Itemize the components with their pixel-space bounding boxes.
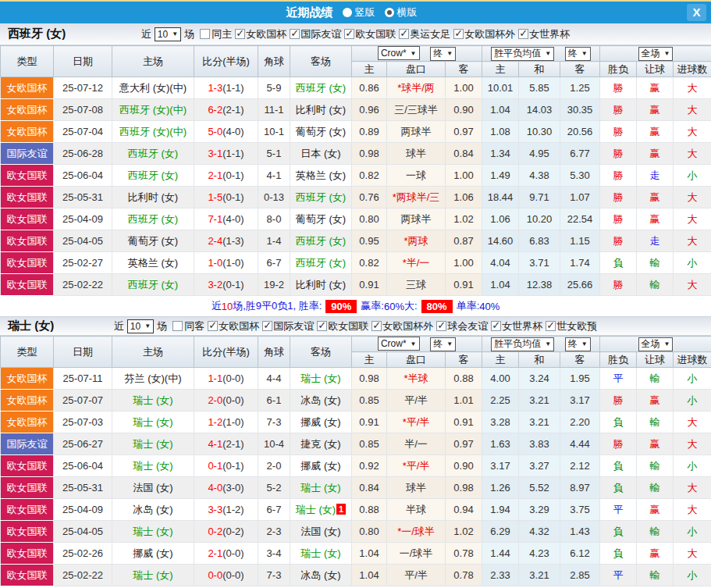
- competition-checkbox[interactable]: [208, 321, 218, 331]
- avg-type-select[interactable]: 胜平负均值▼: [491, 47, 554, 61]
- competition-checkbox[interactable]: [546, 321, 556, 331]
- away-team-cell: 英格兰 (女): [290, 165, 352, 187]
- same-venue-checkbox[interactable]: [172, 321, 183, 331]
- match-row: 女欧国杯25-07-12意大利 (女)(中)1-3(1-1)5-9西班牙 (女)…: [1, 77, 711, 99]
- odds-company-select[interactable]: Crow*▼: [378, 46, 420, 60]
- handicap-cell: 三球: [387, 274, 446, 296]
- avg-group-header: 胜平负均值▼ 终▼: [482, 46, 600, 62]
- competition-checkbox[interactable]: [436, 321, 446, 331]
- filters: 近 10 ▼ 场 同客 女欧国杯国际友谊欧女国联女欧国杯外球会友谊女世界杯世女欧…: [114, 319, 597, 333]
- away-team-cell: 瑞士 (女): [290, 543, 352, 565]
- match-count-select[interactable]: 10 ▼: [155, 27, 181, 41]
- result-wdl-cell: 勝: [600, 99, 637, 121]
- avg-away-cell: 30.35: [560, 99, 600, 121]
- competition-checkbox[interactable]: [317, 321, 327, 331]
- corner-cell: 8-0: [258, 208, 290, 230]
- avg-away-cell: 1.43: [560, 521, 600, 543]
- corner-cell: 5-1: [258, 143, 290, 165]
- competition-checkbox[interactable]: [371, 321, 382, 331]
- avg-home-cell: 1.34: [482, 143, 519, 165]
- handicap-cell: *两球半/三: [387, 187, 446, 208]
- result-handicap-cell: 輸: [637, 412, 674, 433]
- avg-group-header: 胜平负均值▼ 终▼: [482, 337, 600, 352]
- result-goals-cell: 小: [674, 165, 711, 187]
- competition-checkbox[interactable]: [262, 321, 272, 331]
- competition-type-badge: 欧女国联: [1, 543, 54, 565]
- games-label: 场: [157, 319, 167, 333]
- vertical-layout-radio[interactable]: [343, 8, 352, 17]
- horizontal-layout-radio[interactable]: [385, 8, 394, 17]
- result-handicap-cell: 輸: [637, 477, 674, 499]
- away-odds-cell: 1.06: [446, 187, 482, 208]
- away-odds-cell: 1.01: [446, 390, 482, 412]
- avg-time-select[interactable]: 终▼: [565, 337, 591, 351]
- scope-select[interactable]: 全场▼: [638, 47, 674, 61]
- competition-checkbox[interactable]: [491, 321, 501, 331]
- odds-time-select[interactable]: 终▼: [430, 337, 456, 351]
- avg-draw-cell: 3.27: [519, 455, 560, 477]
- competition-checkbox[interactable]: [518, 29, 528, 39]
- match-row: 欧女国联25-04-05瑞士 (女)0-2(0-2)2-3法国 (女)0.80*…: [1, 521, 711, 543]
- avg-type-select[interactable]: 胜平负均值▼: [491, 337, 554, 351]
- col-header-home: 主场: [112, 337, 194, 368]
- sub-header-avg-draw: 和: [519, 352, 560, 368]
- result-handicap-cell: 赢: [637, 77, 674, 99]
- scope-select[interactable]: 全场▼: [638, 337, 674, 351]
- same-venue-checkbox[interactable]: [200, 29, 210, 39]
- close-icon[interactable]: X: [687, 4, 706, 21]
- handicap-cell: *半球: [387, 368, 446, 390]
- competition-label: 世女欧预: [556, 319, 597, 333]
- away-odds-cell: 1.02: [446, 208, 482, 230]
- col-header-date: 日期: [54, 337, 112, 368]
- home-odds-cell: 0.76: [352, 187, 387, 208]
- away-team-cell: 瑞士 (女)1: [290, 499, 352, 521]
- competition-checkbox[interactable]: [453, 29, 464, 39]
- home-team-cell: 瑞士 (女): [112, 455, 194, 477]
- summary-part: 大:: [404, 299, 418, 313]
- away-team-cell: 挪威 (女): [290, 455, 352, 477]
- match-row: 欧女国联25-06-04瑞士 (女)0-1(0-1)2-0挪威 (女)0.92*…: [1, 455, 711, 477]
- competition-type-badge: 欧女国联: [1, 455, 54, 477]
- result-goals-cell: 小: [674, 521, 711, 543]
- match-row: 国际友谊25-06-27瑞士 (女)4-1(2-1)10-4捷克 (女)0.85…: [1, 433, 711, 455]
- sub-header-odds-away: 客: [446, 352, 482, 368]
- handicap-cell: *球半/两: [387, 77, 446, 99]
- home-odds-cell: 0.95: [352, 230, 387, 252]
- match-row: 欧女国联25-02-22瑞士 (女)0-0(0-0)7-3冰岛 (女)1.04平…: [1, 565, 711, 586]
- result-goals-cell: 小: [674, 565, 711, 586]
- home-team-cell: 西班牙 (女): [112, 208, 194, 230]
- competition-checkbox[interactable]: [290, 29, 300, 39]
- avg-home-cell: 1.49: [482, 165, 519, 187]
- handicap-cell: 半球: [387, 499, 446, 521]
- date-cell: 25-05-31: [54, 187, 112, 208]
- odds-time-select[interactable]: 终▼: [430, 47, 456, 61]
- away-team-cell: 日本 (女): [290, 143, 352, 165]
- result-handicap-cell: 輸: [637, 455, 674, 477]
- competition-checkbox[interactable]: [399, 29, 409, 39]
- result-handicap-cell: 赢: [637, 99, 674, 121]
- match-count-select[interactable]: 10 ▼: [127, 319, 154, 333]
- handicap-cell: 两球半: [387, 121, 446, 143]
- competition-checkbox[interactable]: [235, 29, 245, 39]
- date-cell: 25-07-03: [54, 412, 112, 433]
- avg-draw-cell: 3.83: [519, 433, 560, 455]
- sub-header-goals: 进球数: [674, 62, 711, 77]
- avg-away-cell: 3.17: [560, 390, 600, 412]
- home-team-cell: 瑞士 (女): [112, 433, 194, 455]
- avg-draw-cell: 9.71: [519, 187, 560, 208]
- competition-type-badge: 欧女国联: [1, 230, 54, 252]
- avg-draw-cell: 5.85: [519, 77, 560, 99]
- avg-home-cell: 3.28: [482, 412, 519, 433]
- avg-draw-cell: 4.95: [519, 143, 560, 165]
- avg-home-cell: 4.00: [482, 368, 519, 390]
- avg-time-select[interactable]: 终▼: [565, 47, 591, 61]
- result-goals-cell: 小: [674, 368, 711, 390]
- handicap-cell: 一球: [387, 165, 446, 187]
- result-handicap-cell: 走: [637, 230, 674, 252]
- competition-type-badge: 国际友谊: [1, 143, 54, 165]
- home-odds-cell: 0.80: [352, 208, 387, 230]
- competition-checkbox[interactable]: [344, 29, 354, 39]
- result-wdl-cell: 勝: [600, 77, 637, 99]
- odds-company-select[interactable]: Crow*▼: [378, 337, 420, 351]
- avg-home-cell: 1.44: [482, 543, 519, 565]
